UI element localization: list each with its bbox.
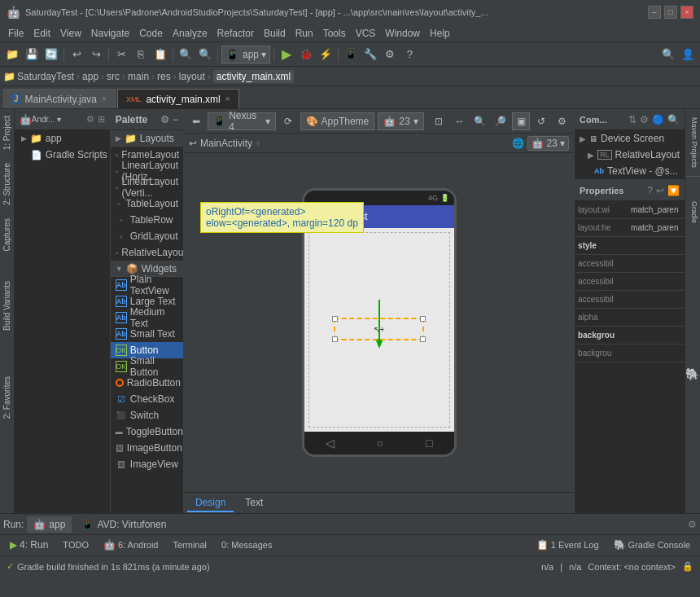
tree-icon-3[interactable]: 🔵 [652, 114, 664, 125]
comp-relativelayout[interactable]: ▶ RL RelativeLayout [575, 147, 685, 163]
phone-content[interactable]: ↖+ [304, 228, 454, 432]
search-all-btn[interactable]: 🔍 [659, 46, 677, 64]
tool-todo-btn[interactable]: TODO [56, 537, 95, 555]
text-tab[interactable]: Text [237, 494, 271, 512]
tool-eventlog-btn[interactable]: 📋 1 Event Log [530, 537, 606, 555]
tree-icon-2[interactable]: ⚙ [640, 114, 649, 125]
prop-layout-height[interactable]: layout:he match_paren [575, 219, 685, 237]
project-dropdown[interactable]: Andr... ▾ [32, 115, 62, 124]
tree-icon-4[interactable]: 🔍 [667, 114, 680, 125]
palette-switch[interactable]: ⬛ Switch [111, 407, 183, 424]
breadcrumb-app[interactable]: app [82, 71, 98, 82]
search-btn[interactable]: 🔍 [177, 46, 195, 64]
comp-device-screen[interactable]: ▶ 🖥 Device Screen [575, 130, 685, 147]
help-btn[interactable]: ? [400, 46, 418, 64]
props-undo-icon[interactable]: ↩ [656, 185, 664, 196]
breadcrumb-main[interactable]: main [128, 71, 149, 82]
paste-btn[interactable]: 📋 [151, 46, 169, 64]
palette-radiobutton[interactable]: RadioButton [111, 375, 183, 391]
menu-view[interactable]: View [55, 24, 86, 42]
redo-btn[interactable]: ↪ [87, 46, 105, 64]
title-bar-controls[interactable]: – □ × [648, 6, 693, 19]
menu-tools[interactable]: Tools [318, 24, 351, 42]
prop-accessibility-3[interactable]: accessibil [575, 291, 685, 309]
breadcrumb-src[interactable]: src [107, 71, 120, 82]
palette-close-icon[interactable]: − [173, 114, 178, 125]
copy-btn[interactable]: ⎘ [132, 46, 150, 64]
tool-run-btn[interactable]: ▶ 4: Run [3, 537, 55, 555]
menu-window[interactable]: Window [380, 24, 425, 42]
theme-dropdown[interactable]: 🎨 AppTheme [300, 112, 375, 130]
gradle-btn[interactable]: Gradle [685, 196, 700, 228]
prop-background-1[interactable]: backgrou [575, 327, 685, 345]
button-widget[interactable]: ↖+ [334, 318, 423, 340]
palette-togglebutton[interactable]: ▬ ToggleButton [111, 424, 183, 440]
palette-imageview[interactable]: 🖼 ImageView [111, 456, 183, 472]
design-refresh[interactable]: ↺ [533, 112, 550, 130]
props-help-icon[interactable]: ? [647, 185, 653, 196]
phone-screen[interactable]: SaturdayTest [304, 205, 454, 432]
palette-plain-textview[interactable]: Ab Plain TextView [111, 277, 183, 293]
project-expand-icon[interactable]: ⊞ [98, 114, 105, 125]
design-zoom-out[interactable]: 🔎 [492, 112, 509, 130]
menu-refactor[interactable]: Refactor [212, 24, 259, 42]
palette-imagebutton[interactable]: 🖼 ImageButton [111, 440, 183, 456]
profile-btn[interactable]: ⚡ [317, 46, 335, 64]
prop-accessibility-1[interactable]: accessibil [575, 255, 685, 273]
palette-medium-text[interactable]: Ab Medium Text [111, 309, 183, 326]
project-settings-icon[interactable]: ⚙ [86, 114, 94, 125]
orientation-btn[interactable]: ⟳ [279, 112, 296, 130]
palette-tablerow[interactable]: ▫ TableRow [111, 212, 183, 228]
breadcrumb-res[interactable]: res [157, 71, 171, 82]
nexus-dropdown[interactable]: 📱 Nexus 4 ▾ [208, 112, 276, 130]
tool-gradle-btn[interactable]: 🐘 Gradle Console [607, 537, 697, 555]
palette-tablelayout[interactable]: ▫ TableLayout [111, 195, 183, 212]
menu-analyze[interactable]: Analyze [168, 24, 212, 42]
phone-home-btn[interactable]: ○ [377, 437, 383, 450]
tab-activity-xml-close[interactable]: × [225, 94, 230, 103]
prop-background-2[interactable]: backgrou [575, 345, 685, 362]
handle-tl[interactable] [332, 316, 338, 322]
breadcrumb-layout[interactable]: layout [179, 71, 205, 82]
design-zoom-in[interactable]: 🔍 [471, 112, 488, 130]
sync-btn[interactable]: 🔄 [42, 46, 60, 64]
menu-build[interactable]: Build [259, 24, 291, 42]
palette-linearlayout-v[interactable]: ▫ LinearLayout (Verti... [111, 179, 183, 195]
tree-icon-1[interactable]: ⇅ [628, 114, 637, 125]
sidebar-structure-btn[interactable]: 2: Structure [1, 156, 13, 212]
new-project-btn[interactable]: 📁 [3, 46, 21, 64]
tool-messages-btn[interactable]: 0: Messages [215, 537, 278, 555]
close-button[interactable]: × [680, 6, 693, 19]
palette-layouts-header[interactable]: ▶ 📁 Layouts [111, 130, 183, 147]
run-btn[interactable]: ▶ [278, 46, 295, 64]
palette-checkbox[interactable]: ☑ CheckBox [111, 391, 183, 407]
menu-file[interactable]: File [3, 24, 28, 42]
context-dropdown[interactable]: 🤖 23 ▾ [527, 136, 569, 151]
phone-recents-btn[interactable]: □ [426, 437, 432, 450]
palette-small-text[interactable]: Ab Small Text [111, 326, 183, 342]
design-pan[interactable]: ↔ [451, 112, 468, 130]
settings-btn[interactable]: ⚙ [381, 46, 399, 64]
palette-settings-icon[interactable]: ⚙ [160, 114, 169, 125]
design-settings[interactable]: ⚙ [553, 112, 571, 130]
tool-android-btn[interactable]: 🤖 6: Android [97, 537, 165, 555]
cut-btn[interactable]: ✂ [112, 46, 130, 64]
api-dropdown[interactable]: 🤖 23 ▾ [378, 112, 423, 130]
phone-back-btn[interactable]: ◁ [326, 437, 335, 450]
prop-layout-width[interactable]: layout:wi match_paren [575, 201, 685, 219]
sidebar-favorites-btn[interactable]: 2: Favorites [1, 370, 13, 425]
handle-bl[interactable] [332, 336, 338, 342]
menu-code[interactable]: Code [134, 24, 168, 42]
prop-alpha[interactable]: alpha [575, 309, 685, 327]
prop-style[interactable]: style [575, 237, 685, 255]
menu-edit[interactable]: Edit [28, 24, 55, 42]
design-mode-btn[interactable]: ▣ [512, 112, 529, 130]
comp-textview[interactable]: Ab TextView - @s... [575, 163, 685, 179]
sidebar-captures-btn[interactable]: Captures [1, 212, 13, 258]
menu-run[interactable]: Run [291, 24, 318, 42]
sidebar-project-btn[interactable]: 1: Project [1, 109, 13, 156]
design-zoom-fit[interactable]: ⊡ [431, 112, 448, 130]
design-tab[interactable]: Design [187, 494, 234, 512]
sdk-btn[interactable]: 🔧 [361, 46, 379, 64]
handle-br[interactable] [420, 336, 426, 342]
